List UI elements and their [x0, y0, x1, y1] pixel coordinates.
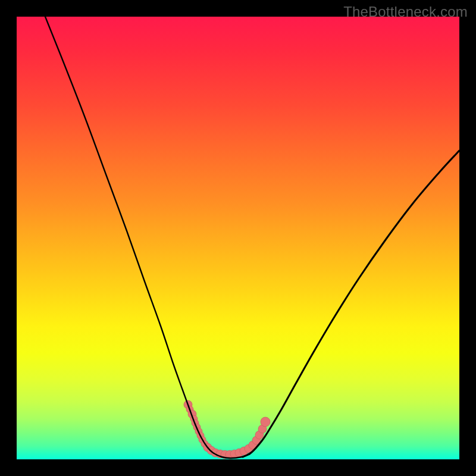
right-curve [243, 151, 459, 457]
data-marker [261, 417, 270, 427]
left-curve [45, 17, 250, 458]
plot-area [17, 17, 459, 459]
curves-svg [17, 17, 459, 459]
chart-frame: TheBottleneck.com [0, 0, 476, 476]
